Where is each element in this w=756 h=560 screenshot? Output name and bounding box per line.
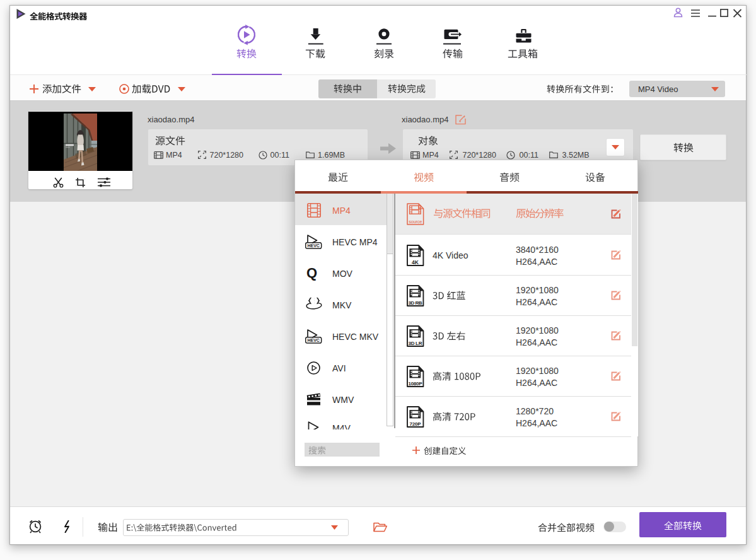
svg-text:720P: 720P [410, 421, 422, 427]
svg-text:HEVC: HEVC [307, 338, 319, 342]
svg-text:HEVC: HEVC [307, 243, 319, 248]
svg-text:4K: 4K [412, 259, 419, 265]
svg-text:1080P: 1080P [409, 381, 423, 387]
svg-text:3D RB: 3D RB [409, 300, 422, 306]
svg-text:source: source [409, 219, 422, 225]
svg-text:3D LR: 3D LR [409, 341, 422, 346]
